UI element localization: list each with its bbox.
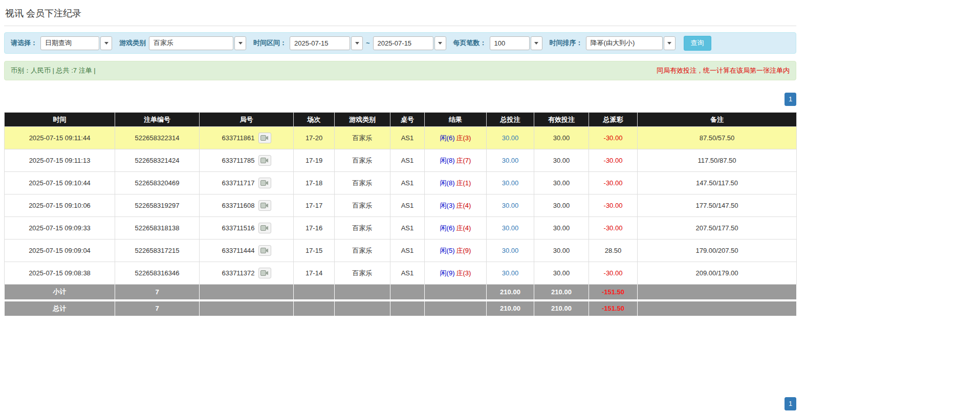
currency-summary-text: 币别：人民币 | 总共 :7 注单 | <box>11 66 96 75</box>
video-replay-button[interactable] <box>258 245 271 256</box>
cell-total-bet[interactable]: 30.00 <box>487 262 534 285</box>
cell-table-id: AS1 <box>390 149 425 172</box>
round-id: 633711516 <box>222 224 254 232</box>
column-header: 有效投注 <box>534 113 589 127</box>
cell-game-type: 百家乐 <box>335 172 390 194</box>
filter-bar: 请选择： 游戏类别 时间区间： ~ 每页笔数： 时间排序： <box>4 32 796 54</box>
table-body: 2025-07-15 09:11:44 522658322314 6337118… <box>5 127 797 285</box>
total-payout: -151.50 <box>589 300 638 316</box>
date-to-input[interactable] <box>373 36 433 50</box>
video-replay-button[interactable] <box>258 155 271 166</box>
sort-dropdown-button[interactable] <box>664 36 676 50</box>
cell-remark: 87.50/57.50 <box>638 127 797 149</box>
column-header: 结果 <box>425 113 487 127</box>
page-button[interactable]: 1 <box>785 397 796 410</box>
cell-remark: 207.50/177.50 <box>638 217 797 240</box>
pagination-bottom: 1 <box>4 397 796 410</box>
date-range-separator: ~ <box>366 39 370 47</box>
query-type-select <box>40 36 112 50</box>
cell-time: 2025-07-15 09:11:44 <box>5 127 115 149</box>
round-id: 633711444 <box>222 247 254 254</box>
cell-payout: -30.00 <box>589 217 638 240</box>
date-to-picker <box>373 36 446 50</box>
cell-session: 17-17 <box>294 194 335 217</box>
cell-valid-bet: 30.00 <box>534 240 589 262</box>
game-type-label: 游戏类别 <box>119 38 146 48</box>
date-from-dropdown-button[interactable] <box>351 36 363 50</box>
column-header: 桌号 <box>390 113 425 127</box>
empty-cell <box>294 300 335 316</box>
table-row: 2025-07-15 09:11:44 522658322314 6337118… <box>5 127 797 149</box>
query-type-input[interactable] <box>40 36 99 50</box>
cell-bet-id: 522658316346 <box>115 262 200 285</box>
video-replay-button[interactable] <box>258 133 271 143</box>
cell-game-type: 百家乐 <box>335 194 390 217</box>
caret-down-icon <box>438 42 442 45</box>
page-button[interactable]: 1 <box>785 93 796 106</box>
cell-bet-id: 522658321424 <box>115 149 200 172</box>
subtotal-payout: -151.50 <box>589 285 638 300</box>
cell-bet-id: 522658322314 <box>115 127 200 149</box>
caret-down-icon <box>104 42 108 45</box>
table-row: 2025-07-15 09:09:33 522658318138 6337115… <box>5 217 797 240</box>
sort-input[interactable] <box>586 36 663 50</box>
column-header: 时间 <box>5 113 115 127</box>
subtotal-label: 小计 <box>5 285 115 300</box>
valid-bet-note-text: 同局有效投注，统一计算在该局第一张注单内 <box>657 66 790 75</box>
cell-game-type: 百家乐 <box>335 127 390 149</box>
video-replay-button[interactable] <box>258 200 271 211</box>
empty-cell <box>200 300 294 316</box>
empty-cell <box>425 300 487 316</box>
result-player: 闲(6) <box>440 134 455 142</box>
video-replay-button[interactable] <box>258 223 271 233</box>
subtotal-count: 7 <box>115 285 200 300</box>
date-from-input[interactable] <box>290 36 350 50</box>
date-from-picker <box>290 36 363 50</box>
cell-valid-bet: 30.00 <box>534 127 589 149</box>
empty-cell <box>390 285 425 300</box>
round-id: 633711372 <box>222 269 254 277</box>
result-player: 闲(9) <box>440 269 455 277</box>
video-replay-button[interactable] <box>258 268 271 278</box>
cell-total-bet[interactable]: 30.00 <box>487 240 534 262</box>
result-banker: 庄(4) <box>456 224 471 232</box>
subtotal-row: 小计 7 210.00 210.00 -151.50 <box>5 285 797 300</box>
cell-round: 633711372 <box>200 262 294 285</box>
game-type-input[interactable] <box>149 36 233 50</box>
pagination-top: 1 <box>4 93 796 106</box>
cell-total-bet[interactable]: 30.00 <box>487 217 534 240</box>
result-banker: 庄(7) <box>456 157 471 164</box>
result-player: 闲(8) <box>440 179 455 187</box>
cell-remark: 177.50/147.50 <box>638 194 797 217</box>
cell-round: 633711717 <box>200 172 294 194</box>
query-type-dropdown-button[interactable] <box>100 36 112 50</box>
empty-cell <box>335 285 390 300</box>
caret-down-icon <box>667 42 671 45</box>
cell-total-bet[interactable]: 30.00 <box>487 172 534 194</box>
game-type-dropdown-button[interactable] <box>234 36 246 50</box>
cell-valid-bet: 30.00 <box>534 149 589 172</box>
page-title: 视讯 会员下注纪录 <box>4 5 796 26</box>
cell-payout: -30.00 <box>589 262 638 285</box>
cell-valid-bet: 30.00 <box>534 217 589 240</box>
search-button[interactable]: 查询 <box>684 36 711 51</box>
cell-total-bet[interactable]: 30.00 <box>487 149 534 172</box>
records-table: 时间注单编号局号场次游戏类别桌号结果总投注有效投注总派彩备注 2025-07-1… <box>4 112 797 316</box>
page-container: 视讯 会员下注纪录 请选择： 游戏类别 时间区间： ~ 每页笔数： 时间排序： <box>0 0 800 410</box>
page-size-dropdown-button[interactable] <box>531 36 542 50</box>
video-replay-icon <box>260 180 269 186</box>
page-size-label: 每页笔数： <box>453 38 487 48</box>
result-player: 闲(3) <box>440 202 455 209</box>
cell-table-id: AS1 <box>390 240 425 262</box>
result-banker: 庄(3) <box>456 134 471 142</box>
date-to-dropdown-button[interactable] <box>434 36 446 50</box>
cell-result: 闲(5)庄(9) <box>425 240 487 262</box>
page-size-input[interactable] <box>490 36 530 50</box>
cell-total-bet[interactable]: 30.00 <box>487 194 534 217</box>
cell-total-bet[interactable]: 30.00 <box>487 127 534 149</box>
video-replay-icon <box>260 225 269 231</box>
result-player: 闲(6) <box>440 224 455 232</box>
cell-remark: 147.50/117.50 <box>638 172 797 194</box>
video-replay-button[interactable] <box>258 178 271 188</box>
table-row: 2025-07-15 09:09:04 522658317215 6337114… <box>5 240 797 262</box>
